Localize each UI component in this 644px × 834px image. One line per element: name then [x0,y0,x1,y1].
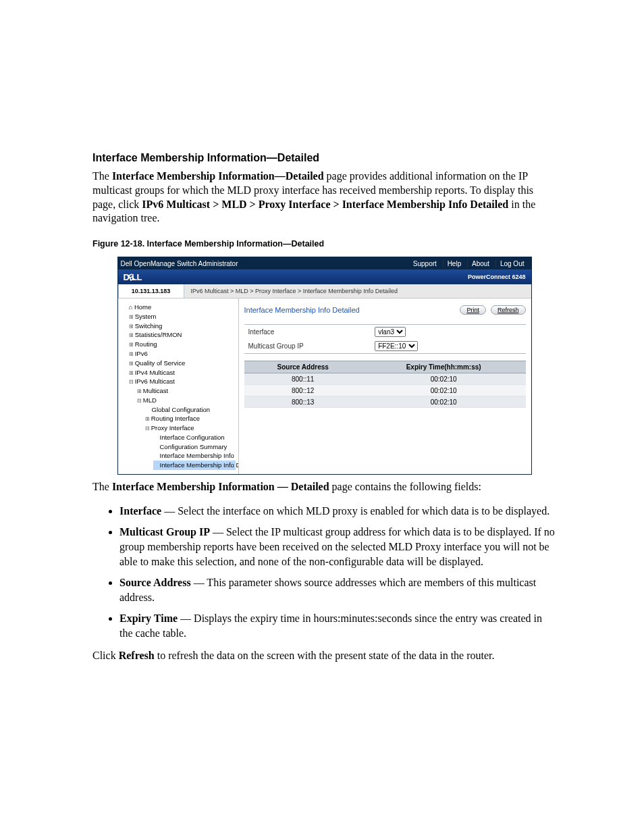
tree-ipv6[interactable]: IPv6 [129,349,236,359]
cell-exp: 00:02:10 [362,396,526,408]
main-pane: Interface Membership Info Detailed Print… [238,298,531,474]
switch-admin-window: Dell OpenManage Switch Administrator Sup… [117,257,532,475]
field-name: Expiry Time [119,613,178,624]
text: The [92,481,112,492]
field-name: Source Address [119,577,191,588]
tree-routingif[interactable]: Routing Interface [145,414,236,423]
field-list: Interface — Select the interface on whic… [92,504,556,641]
field-name: Interface [119,505,161,517]
cell-exp: 00:02:10 [362,385,526,396]
cell-addr: 800::11 [244,373,362,385]
tree-routing[interactable]: Routing [129,340,236,349]
form-table: Interface vlan3 Multicast Group IP FF2E:… [244,324,526,354]
figure-caption: Figure 12-18. Interface Membership Infor… [92,239,556,249]
tree-cfgsum[interactable]: Configuration Summary [153,442,236,452]
text: Click [92,650,119,661]
tree-ipv6mc[interactable]: IPv6 Multicast [129,377,236,386]
tree-ifmem[interactable]: Interface Membership Info [153,451,236,461]
about-link[interactable]: About [467,260,493,267]
tree-qos[interactable]: Quality of Service [129,359,236,368]
post-paragraph: The Interface Membership Information — D… [92,480,556,494]
tree-system[interactable]: System [129,312,236,321]
list-item: Multicast Group IP — Select the IP multi… [119,525,556,569]
breadcrumb: IPv6 Multicast > MLD > Proxy Interface >… [184,284,531,298]
tree-stats[interactable]: Statistics/RMON [129,330,236,340]
window-titlebar: Dell OpenManage Switch Administrator Sup… [118,257,531,269]
print-button[interactable]: Print [460,305,486,315]
interface-label: Interface [244,325,371,340]
section-heading: Interface Membership Information—Detaile… [92,152,556,164]
field-name: Multicast Group IP [119,526,210,538]
tree-multicast[interactable]: Multicast [137,386,236,396]
dell-logo: DELL [124,272,142,282]
tree-globalcfg[interactable]: Global Configuration [145,405,236,415]
window-title: Dell OpenManage Switch Administrator [121,260,238,267]
cell-addr: 800::13 [244,396,362,408]
text-bold: Interface Membership Information — Detai… [112,481,329,492]
tree-ifmem-detailed[interactable]: Interface Membership Info Detailed [153,461,236,470]
intro-paragraph: The Interface Membership Information—Det… [92,170,556,226]
table-row: 800::11 00:02:10 [244,373,526,385]
table-row: 800::12 00:02:10 [244,385,526,396]
brand-bar: DELL PowerConnect 6248 [118,269,531,284]
tab-row: 10.131.13.183 IPv6 Multicast > MLD > Pro… [118,284,531,298]
cell-addr: 800::12 [244,385,362,396]
tree-mld[interactable]: MLD [137,396,236,405]
list-item: Interface — Select the interface on whic… [119,504,556,519]
refresh-note: Click Refresh to refresh the data on the… [92,649,556,663]
mcast-select[interactable]: FF2E::10 [375,341,418,351]
tree-proxyif[interactable]: Proxy Interface [145,423,236,433]
tree-ifcfg[interactable]: Interface Configuration [153,433,236,442]
interface-select[interactable]: vlan3 [375,327,406,337]
support-link[interactable]: Support [409,260,441,267]
cell-exp: 00:02:10 [362,373,526,385]
col-expiry-time: Expiry Time(hh:mm:ss) [362,361,526,373]
device-model: PowerConnect 6248 [468,273,526,280]
nav-tree: Home System Switching Statistics/RMON Ro… [118,298,238,474]
text-bold: IPv6 Multicast > MLD > Proxy Interface >… [142,199,508,210]
text-bold: Interface Membership Information—Detaile… [112,170,324,182]
tree-ipv4mc[interactable]: IPv4 Multicast [129,368,236,377]
col-source-address: Source Address [244,361,362,373]
text: The [92,170,112,182]
text: to refresh the data on the screen with t… [155,650,495,661]
source-table: Source Address Expiry Time(hh:mm:ss) 800… [244,361,526,408]
refresh-button[interactable]: Refresh [491,305,526,315]
field-desc: — Select the interface on which MLD prox… [161,505,549,517]
mcast-label: Multicast Group IP [244,339,371,354]
table-row: 800::13 00:02:10 [244,396,526,408]
titlebar-links: Support Help About Log Out [409,260,529,267]
help-link[interactable]: Help [443,260,466,267]
ip-tab[interactable]: 10.131.13.183 [118,284,184,298]
logout-link[interactable]: Log Out [495,260,529,267]
text-bold: Refresh [119,650,155,661]
list-item: Source Address — This parameter shows so… [119,575,556,604]
field-desc: — Displays the expiry time in hours:minu… [119,613,542,639]
text: page contains the following fields: [329,481,481,492]
pane-title: Interface Membership Info Detailed [244,306,360,314]
tree-home[interactable]: Home [129,303,236,312]
list-item: Expiry Time — Displays the expiry time i… [119,611,556,640]
tree-switching[interactable]: Switching [129,321,236,331]
